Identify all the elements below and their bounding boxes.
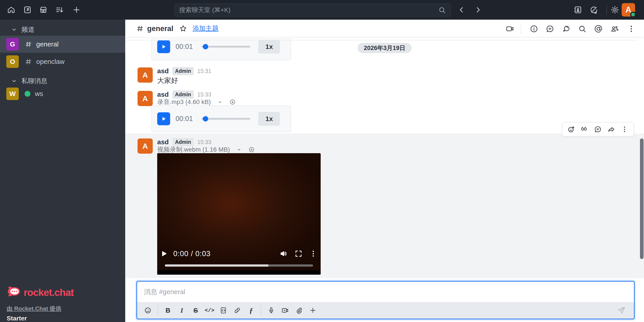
favorite-star-icon[interactable]	[179, 24, 188, 33]
add-reaction-icon[interactable]	[566, 124, 577, 135]
slider-thumb[interactable]	[203, 116, 208, 122]
link-icon[interactable]	[232, 305, 243, 316]
italic-button[interactable]: I	[176, 307, 188, 314]
message-header: asd Admin 15:33	[157, 138, 211, 147]
home-icon[interactable]	[5, 3, 18, 16]
channel-title[interactable]: general 添加主题	[136, 20, 218, 37]
main-area: general 添加主题	[125, 20, 644, 322]
video-player[interactable]: 0:00 / 0:03	[157, 153, 321, 275]
audit-contacts-icon[interactable]	[572, 3, 584, 16]
volume-icon[interactable]	[280, 249, 288, 258]
bold-button[interactable]: B	[162, 307, 174, 314]
message-header: asd Admin 15:33	[157, 90, 211, 99]
admin-gear-icon[interactable]	[609, 3, 621, 16]
attachment-row: 录音.mp3 (4.60 kB)	[157, 98, 236, 106]
sidebar-footer: rocket.chat 由 Rocket.Chat 提供 Starter	[7, 286, 74, 322]
audio-seek-slider[interactable]	[202, 118, 250, 120]
collapse-chevron-icon[interactable]	[217, 99, 224, 105]
attachment-filename[interactable]: 视频录制.webm (1.16 MB)	[157, 145, 230, 154]
slider-thumb[interactable]	[203, 44, 208, 49]
sidebar-item-openclaw[interactable]: O openclaw	[0, 53, 125, 70]
username[interactable]: asd	[157, 138, 169, 146]
video-progress-bar[interactable]	[165, 264, 313, 267]
collapse-chevron-icon[interactable]	[236, 146, 242, 153]
audio-play-button[interactable]	[157, 40, 170, 53]
directory-icon[interactable]	[21, 3, 34, 16]
katex-button[interactable]: ƒ	[245, 306, 257, 315]
kebab-icon[interactable]	[625, 22, 638, 35]
code-block-icon[interactable]	[218, 305, 229, 316]
discussions-icon[interactable]	[560, 22, 573, 35]
mentions-icon[interactable]	[592, 22, 605, 35]
video-message-icon[interactable]	[279, 305, 291, 316]
provided-by-link[interactable]: 由 Rocket.Chat 提供	[7, 305, 74, 313]
sidebar-item-ws[interactable]: W ws	[0, 85, 125, 102]
omnichannel-off-icon[interactable]	[588, 3, 600, 16]
username[interactable]: asd	[157, 67, 169, 75]
marketplace-icon[interactable]	[37, 3, 50, 16]
attachment-filename[interactable]: 录音.mp3 (4.60 kB)	[157, 98, 211, 106]
attach-icon[interactable]	[293, 305, 305, 316]
sort-icon[interactable]	[53, 3, 66, 16]
members-icon[interactable]	[608, 22, 621, 35]
video-time: 0:00 / 0:03	[173, 249, 211, 258]
info-icon[interactable]	[528, 22, 540, 35]
plus-icon[interactable]	[307, 305, 319, 316]
inline-code-button[interactable]: </>	[204, 308, 215, 314]
rocketchat-logo[interactable]: rocket.chat	[7, 286, 74, 300]
threads-icon[interactable]	[544, 22, 556, 35]
download-icon[interactable]	[229, 99, 236, 105]
message-avatar[interactable]: A	[138, 67, 153, 83]
sidebar: 频道 G general O openclaw 私聊消息 W ws	[0, 20, 125, 322]
sidebar-item-general[interactable]: G general	[0, 36, 125, 53]
section-channels[interactable]: 频道	[0, 24, 125, 35]
section-direct-messages[interactable]: 私聊消息	[0, 76, 125, 86]
video-play-button[interactable]	[157, 249, 170, 258]
message-avatar[interactable]: A	[138, 91, 153, 106]
audio-play-button[interactable]	[157, 112, 170, 125]
chevron-down-icon	[11, 26, 18, 33]
kebab-icon[interactable]	[619, 124, 630, 135]
message-header: asd Admin 15:31	[157, 67, 211, 75]
audio-attachment-player: 00:01 1x	[152, 38, 291, 60]
audio-seek-slider[interactable]	[202, 46, 250, 48]
channel-avatar: O	[6, 55, 19, 68]
channel-name: general	[36, 40, 58, 48]
quote-icon[interactable]	[579, 124, 590, 135]
emoji-icon[interactable]	[142, 305, 154, 316]
search-icon	[438, 6, 446, 14]
search-input[interactable]	[179, 6, 438, 14]
search-bar[interactable]	[174, 3, 451, 16]
username[interactable]: asd	[157, 91, 169, 98]
thread-icon[interactable]	[592, 124, 604, 135]
online-status-dot	[630, 12, 636, 17]
forward-icon[interactable]	[606, 124, 617, 135]
dm-avatar: W	[6, 88, 19, 100]
playback-rate-button[interactable]: 1x	[258, 40, 280, 54]
fullscreen-icon[interactable]	[294, 249, 303, 258]
video-kebab-icon[interactable]	[309, 249, 318, 258]
mic-icon[interactable]	[266, 305, 277, 316]
video-call-icon[interactable]	[504, 22, 516, 35]
message-avatar[interactable]: A	[138, 139, 153, 154]
channel-avatar: G	[6, 38, 19, 50]
search-icon[interactable]	[576, 22, 589, 35]
playback-rate-button[interactable]: 1x	[258, 112, 280, 126]
nav-back-icon[interactable]	[455, 3, 468, 16]
nav-forward-icon[interactable]	[472, 3, 484, 16]
online-status-dot	[24, 91, 30, 97]
channel-name: openclaw	[36, 58, 64, 65]
message-input[interactable]	[144, 288, 627, 296]
scrollbar-thumb[interactable]	[640, 139, 644, 259]
create-new-icon[interactable]	[70, 3, 83, 16]
download-icon[interactable]	[248, 146, 255, 153]
add-topic-link[interactable]: 添加主题	[192, 24, 218, 33]
rocketchat-logo-icon	[7, 286, 20, 300]
message-list[interactable]: 00:01 1x 2026年3月19日 A asd Admin 15:31 大家…	[125, 38, 644, 322]
dm-name: ws	[35, 90, 43, 98]
date-separator-badge: 2026年3月19日	[358, 43, 412, 53]
message-composer: B I S </> ƒ	[136, 281, 634, 319]
channel-header: general 添加主题	[125, 20, 644, 37]
send-icon[interactable]	[616, 305, 627, 316]
strikethrough-button[interactable]: S	[190, 307, 202, 314]
